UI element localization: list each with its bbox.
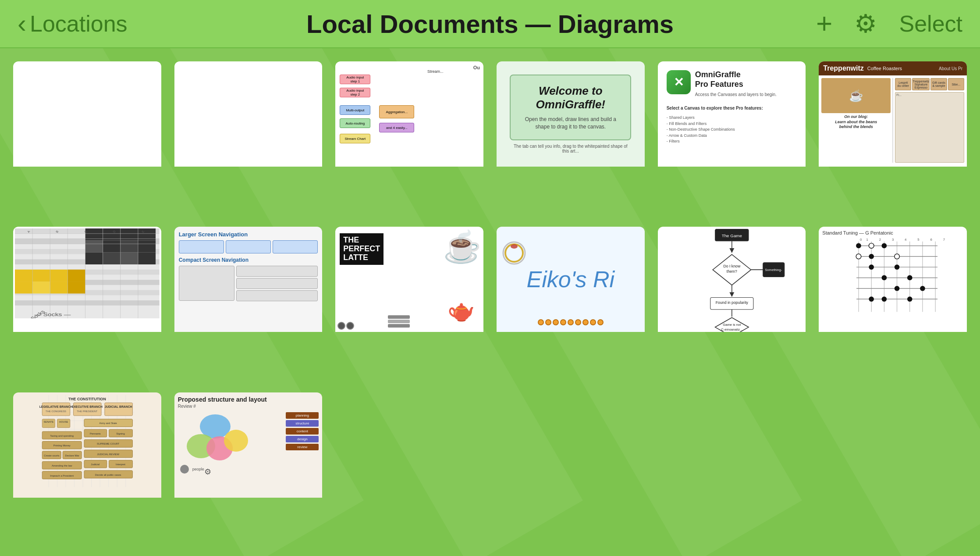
header: ‹ Locations Local Documents — Diagrams +… <box>0 0 980 48</box>
svg-marker-57 <box>729 292 734 297</box>
svg-rect-11 <box>50 270 67 282</box>
svg-rect-22 <box>103 241 121 253</box>
doc-thumbnail-coffee: THEPERFECTLATTE ☕ 🫖 <box>335 227 483 332</box>
svg-text:Declare War: Declare War <box>65 454 79 456</box>
svg-text:SUPREME COURT: SUPREME COURT <box>97 442 120 445</box>
svg-rect-13 <box>15 282 32 293</box>
svg-rect-16 <box>67 282 85 293</box>
svg-text:1: 1 <box>866 238 868 242</box>
svg-rect-15 <box>50 282 67 293</box>
svg-rect-10 <box>32 270 50 282</box>
doc-thumbnail-government-chart: THE CONSTITUTION LEGISLATIVE BRANCH THE … <box>13 392 161 498</box>
svg-rect-124 <box>74 403 101 415</box>
svg-text:Create courts: Create courts <box>44 454 59 456</box>
svg-text:3: 3 <box>892 238 894 242</box>
svg-point-97 <box>856 254 861 259</box>
back-label: Locations <box>30 11 128 37</box>
svg-point-91 <box>907 275 913 281</box>
svg-text:HOUSE: HOUSE <box>59 421 68 423</box>
svg-text:JUDICIAL REVIEW: JUDICIAL REVIEW <box>97 453 119 456</box>
header-actions: + ⚙ Select <box>816 9 962 39</box>
svg-text:0: 0 <box>860 238 862 242</box>
doc-thumbnail-pretty-flowers <box>174 61 323 167</box>
svg-point-88 <box>869 265 874 270</box>
doc-thumbnail-welcome: Welcome to OmniGraffle! Open the model, … <box>497 61 645 167</box>
svg-rect-28 <box>138 253 156 264</box>
svg-text:Decide all public cases: Decide all public cases <box>95 473 121 476</box>
svg-text:JUDICIAL BRANCH: JUDICIAL BRANCH <box>105 405 132 408</box>
svg-point-95 <box>869 297 874 302</box>
svg-point-96 <box>882 297 887 302</box>
svg-text:Pennants: Pennants <box>90 432 101 435</box>
doc-thumbnail-more-pretty-flowers <box>13 61 161 167</box>
doc-thumbnail-app-ia: Larger Screen Navigation Compact Screen … <box>174 227 323 332</box>
svg-text:EXECUTIVE BRANCH: EXECUTIVE BRANCH <box>72 405 103 408</box>
doc-thumbnail-omnigraffle-pro: ✕ OmniGrafflePro Features Access the Can… <box>658 61 806 167</box>
svg-text:Interpret: Interpret <box>116 463 125 466</box>
svg-rect-24 <box>138 241 156 253</box>
svg-rect-26 <box>103 253 121 264</box>
svg-rect-21 <box>85 241 103 253</box>
svg-text:— Socks —: — Socks — <box>34 312 71 317</box>
svg-text:Printing Money: Printing Money <box>53 444 71 447</box>
svg-text:THE CONGRESS: THE CONGRESS <box>46 410 66 413</box>
svg-text:Impeach a President: Impeach a President <box>50 474 74 477</box>
svg-point-45 <box>511 244 518 249</box>
svg-text:5: 5 <box>918 238 920 242</box>
back-button[interactable]: ‹ Locations <box>18 11 128 37</box>
svg-text:6: 6 <box>930 238 932 242</box>
svg-text:2: 2 <box>879 238 881 242</box>
svg-point-99 <box>895 254 900 259</box>
svg-rect-121 <box>42 403 70 415</box>
svg-text:Amending the law: Amending the law <box>52 464 72 467</box>
svg-rect-14 <box>32 282 50 293</box>
svg-text:Something-: Something- <box>765 268 782 272</box>
svg-text:LEGISLATIVE BRANCH: LEGISLATIVE BRANCH <box>39 405 73 408</box>
svg-rect-127 <box>105 403 132 415</box>
settings-gear-icon[interactable]: ⚙ <box>854 9 877 39</box>
svg-point-86 <box>869 254 874 259</box>
svg-point-92 <box>895 286 900 291</box>
svg-text:Army and State: Army and State <box>99 422 117 424</box>
svg-point-90 <box>895 265 900 270</box>
svg-text:7: 7 <box>943 238 945 242</box>
svg-text:Found in popularity: Found in popularity <box>715 300 748 305</box>
svg-text:Taxing and spending: Taxing and spending <box>50 435 74 437</box>
svg-point-94 <box>920 286 925 291</box>
svg-text:them?: them? <box>726 269 737 274</box>
svg-rect-25 <box>85 253 103 264</box>
svg-rect-9 <box>15 270 32 282</box>
doc-thumbnail-site-wireframe: Treppenwitz Coffee Roasters About Us Pr … <box>819 61 967 167</box>
page-title: Local Documents — Diagrams <box>306 9 674 39</box>
doc-thumbnail-new-site-planning: Proposed structure and layout Review # p… <box>174 392 323 498</box>
doc-thumbnail-eikos-ring: Eiko's Ri <box>497 227 645 332</box>
doc-thumbnail-streaming-setup: Ou Stream... Audio inputstep 1 Audio inp… <box>335 61 483 167</box>
doc-thumbnail-fretboard: Standard Tuning — G Pentatonic <box>819 227 967 332</box>
svg-rect-8 <box>15 300 160 306</box>
svg-point-93 <box>907 297 913 302</box>
svg-text:Do I know: Do I know <box>723 264 740 268</box>
svg-text:THE CONSTITUTION: THE CONSTITUTION <box>68 397 106 401</box>
svg-text:C-emoanaliz...: C-emoanaliz... <box>721 328 742 331</box>
select-button[interactable]: Select <box>899 11 962 37</box>
svg-text:THE PRESIDENT: THE PRESIDENT <box>77 410 97 413</box>
doc-thumbnail-flow-chart: The Game Do I know them? Something- <box>658 227 806 332</box>
svg-point-85 <box>856 243 861 249</box>
back-chevron-icon: ‹ <box>18 11 26 37</box>
svg-point-87 <box>882 243 887 249</box>
svg-text:SENATE: SENATE <box>43 421 53 423</box>
svg-point-98 <box>869 243 874 249</box>
svg-text:The Game: The Game <box>721 233 742 238</box>
svg-rect-27 <box>121 253 138 264</box>
doc-thumbnail-vintage-tartan: Socks A B — Socks — A B C D E <box>13 227 161 332</box>
add-button[interactable]: + <box>816 10 832 38</box>
svg-text:4: 4 <box>905 238 907 242</box>
svg-text:Signing: Signing <box>116 432 125 435</box>
svg-text:Judicial: Judicial <box>91 463 100 466</box>
svg-text:Game is not: Game is not <box>723 323 741 327</box>
svg-point-89 <box>882 275 887 281</box>
svg-rect-23 <box>121 241 138 253</box>
svg-rect-12 <box>67 270 85 282</box>
svg-marker-49 <box>729 248 734 253</box>
